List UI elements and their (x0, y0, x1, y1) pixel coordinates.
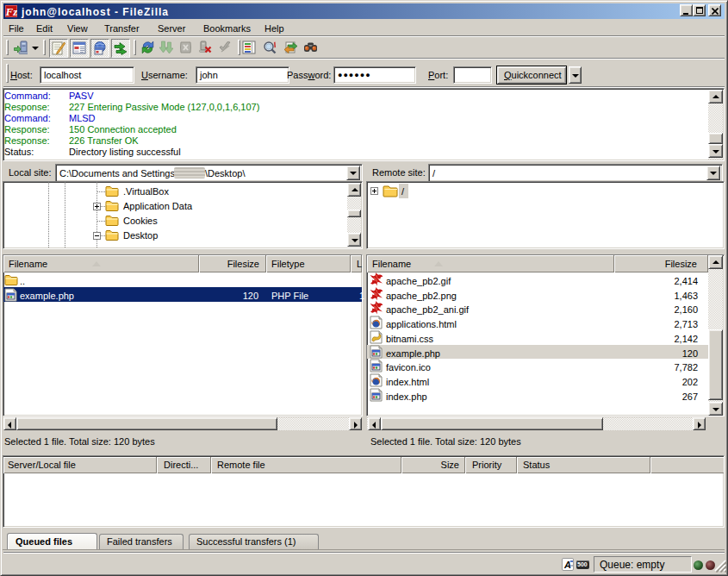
svg-text:Fz: Fz (5, 5, 17, 17)
